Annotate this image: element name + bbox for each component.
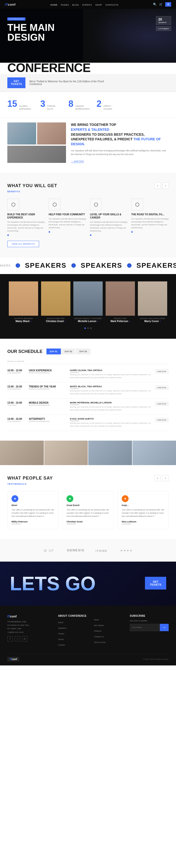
footer-twitter-icon[interactable]: t — [15, 636, 20, 642]
schedule-read-more-4[interactable]: read more — [155, 417, 169, 422]
speaker-photo-2 — [41, 281, 70, 316]
benefit-icon-1: ⬡ — [7, 198, 19, 210]
testimonials-prev-button[interactable]: ‹ — [154, 475, 161, 481]
schedule-read-more-3[interactable]: read more — [155, 401, 169, 406]
footer-address: ITCONF@MAIL.COM 21 Division St, New York… — [7, 620, 52, 634]
footer-link-terms[interactable]: Terms of Use — [94, 641, 105, 643]
sponsor-logo-4: ✦✦✦✦ — [119, 547, 134, 554]
speaker-name-5: Marry Conor › — [137, 320, 168, 322]
footer-about-title: ABOUT CONFERENCE — [58, 615, 88, 617]
footer-news-col: News Get Tickets Partners Contact Us Ter… — [94, 615, 124, 648]
footer-link-partners[interactable]: Partners — [94, 630, 101, 632]
schedule-read-more-2[interactable]: read more — [155, 385, 169, 390]
testimonial-label-2: Great Event! — [67, 504, 109, 506]
about-read-more-link[interactable]: → read more — [71, 160, 84, 163]
speaker-dot-3[interactable] — [90, 328, 92, 329]
speaker-card-3: SENIOR PRODUCT DESIGNER Michelle Larson … — [72, 281, 104, 322]
footer-link-venue[interactable]: Venue — [58, 638, 64, 641]
footer-linkedin-icon[interactable]: in — [22, 636, 27, 642]
testimonial-author-2: Christian Grant — [67, 521, 109, 523]
speaker-arrow-2: › — [65, 320, 66, 322]
stat-speakers: 15 Global Speakers — [7, 99, 33, 111]
schedule-read-more-1[interactable]: read more — [155, 369, 169, 374]
stats-bar: 15 Global Speakers 3 Forum Days 8 Unique… — [0, 92, 176, 118]
benefit-dot-4 — [131, 231, 133, 233]
nav-contacts[interactable]: CONTACTS — [105, 4, 118, 6]
benefit-title-2: HELP FIND YOUR COMMUNITY — [49, 213, 86, 216]
benefits-prev-button[interactable]: ‹ — [154, 183, 161, 189]
speakers-section: KEYNOTE SPEAKER Matey Black › DESIGN DIR… — [0, 274, 176, 339]
footer-link-speakers[interactable]: Speakers — [58, 627, 67, 629]
footer-link-about[interactable]: About — [58, 621, 63, 624]
speaker-photo-1 — [9, 281, 38, 316]
get-tickets-button[interactable]: Get Tickets — [7, 78, 26, 88]
speaker-name-1: Matey Black › — [8, 320, 39, 322]
footer-email-input[interactable] — [130, 624, 160, 631]
speaker-card-2: DESIGN DIRECTOR Christian Grant › — [40, 281, 72, 322]
footer-facebook-icon[interactable]: f — [7, 636, 13, 642]
gallery-image-3 — [88, 441, 132, 465]
marquee-text-2: SPEAKERS — [81, 261, 122, 270]
benefits-title: WHAT YOU WILL GET — [7, 183, 57, 188]
speaker-arrow-4: › — [129, 320, 130, 322]
benefit-icon-3: ⬡ — [90, 198, 102, 210]
testimonial-text-3: "Our office is something we are pleased … — [122, 508, 165, 518]
benefit-card-1: ⬡ BUILD THE BEST USER EXPERIENCE Our Spe… — [7, 198, 45, 236]
footer: ITconf ITCONF@MAIL.COM 21 Division St, N… — [0, 606, 176, 665]
speaker-name-4: Mark Petterson › — [104, 320, 136, 322]
cart-icon[interactable]: 🛒 — [159, 3, 163, 6]
cta-get-tickets-button[interactable]: Get Tickets — [145, 577, 166, 590]
svg-text:⊞ sp: ⊞ sp — [44, 549, 54, 553]
footer-grid: ITconf ITCONF@MAIL.COM 21 Division St, N… — [7, 615, 169, 648]
testimonials-grid: ★ Wow! "Our office is something we are p… — [7, 491, 169, 529]
speaker-dot-2[interactable] — [87, 328, 89, 329]
footer-subscribe-button[interactable]: → — [160, 624, 169, 631]
nav-shop[interactable]: SHOP — [95, 4, 102, 6]
speaker-photo-3 — [73, 281, 103, 316]
footer-subscribe-desc: Get news & updates — [130, 620, 169, 622]
speaker-name-3: Michelle Larson › — [72, 320, 104, 322]
footer-about-col: ABOUT CONFERENCE About Speakers Tickets … — [58, 615, 88, 648]
about-text: WE BRING TOGETHER TOP EXPERTS & TALENTED… — [71, 122, 169, 163]
speaker-name-2: Christian Grant › — [40, 320, 72, 322]
tickets-description: We're Thrilled to Welcome You Back for t… — [29, 80, 108, 86]
speaker-arrow-3: › — [97, 320, 98, 322]
search-icon[interactable]: 🔍 — [153, 3, 157, 6]
benefit-dot-3 — [90, 235, 92, 236]
benefits-next-button[interactable]: › — [162, 183, 169, 189]
benefit-card-4: ⬡ THE ROAD TO DIGITAL FU... Our Speakers… — [131, 198, 169, 236]
nav-blog[interactable]: BLOG — [72, 4, 79, 6]
nav-logo[interactable]: ITconf — [5, 3, 15, 6]
nav-cta-button[interactable]: ☰ — [165, 2, 171, 7]
schedule-tab-day3[interactable]: day 03 — [76, 348, 91, 354]
testimonials-next-button[interactable]: › — [162, 475, 169, 481]
navbar: ITconf HOME PAGES BLOG EVENTS SHOP CONTA… — [0, 0, 176, 9]
speaker-role-1: KEYNOTE SPEAKER — [8, 318, 39, 319]
schedule-header: OUR SCHEDULE day 01 day 02 day 03 — [7, 348, 169, 354]
footer-link-contact-us[interactable]: Contact Us — [94, 636, 104, 638]
testimonial-badge-2: ★ — [67, 495, 73, 502]
footer-link-news[interactable]: News — [94, 619, 99, 621]
nav-events[interactable]: EVENTS — [82, 4, 92, 6]
speaker-dot-1[interactable] — [84, 328, 86, 329]
testimonial-badge-3: ★ — [122, 495, 129, 502]
nav-pages[interactable]: PAGES — [61, 4, 69, 6]
view-all-benefits-button[interactable]: view all benefits — [7, 241, 39, 247]
benefit-dot-2 — [49, 231, 50, 233]
schedule-tab-day2[interactable]: day 02 — [61, 348, 76, 354]
nav-home[interactable]: HOME — [50, 4, 58, 6]
footer-link-get-tickets[interactable]: Get Tickets — [94, 624, 104, 626]
benefits-nav: ‹ › — [154, 183, 169, 189]
speaker-card-5: DESIGN LEAD DEVELOPER Marry Conor › — [137, 281, 168, 322]
schedule-event-1: UI/UX EXPERIENCE EVENT/CONFERENCE — [29, 369, 68, 374]
benefit-title-1: BUILD THE BEST USER EXPERIENCE — [7, 213, 45, 219]
footer-link-tickets[interactable]: Tickets — [58, 632, 64, 635]
benefits-grid: ⬡ BUILD THE BEST USER EXPERIENCE Our Spe… — [7, 198, 169, 236]
schedule-event-3: MOBILE DESIGN EVENT/CONFERENCE — [29, 401, 68, 406]
marquee-dot-1 — [15, 263, 20, 268]
footer-link-contact[interactable]: Contact — [58, 644, 65, 646]
schedule-tab-day1[interactable]: day 01 — [46, 348, 61, 354]
cta-text-block: LETS GO — [10, 574, 96, 593]
footer-brand: ITconf ITCONF@MAIL.COM 21 Division St, N… — [7, 615, 52, 648]
testimonial-card-2: ★ Great Event! "Our office is something … — [62, 491, 113, 529]
